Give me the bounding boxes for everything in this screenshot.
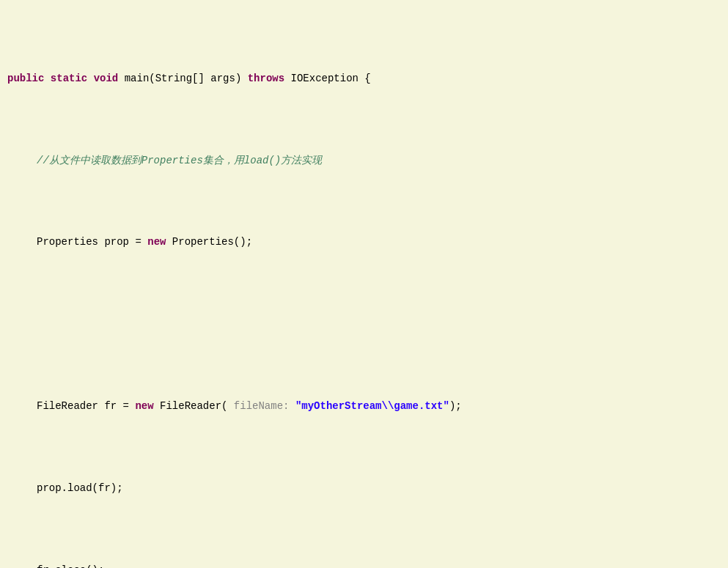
- code-line-2: //从文件中读取数据到Properties集合，用load()方法实现: [7, 152, 721, 169]
- code-editor: public static void main(String[] args) t…: [0, 0, 728, 568]
- prop-load: prop.load(fr);: [37, 480, 123, 496]
- keyword-public: public: [7, 70, 44, 86]
- code-line-blank-1: [7, 316, 721, 332]
- keyword-void: void: [94, 70, 119, 86]
- fr-close: fr.close();: [37, 562, 104, 568]
- comment-1: //从文件中读取数据到Properties集合，用load()方法实现: [37, 152, 322, 169]
- keyword-static: static: [51, 70, 87, 86]
- method-signature: main(String[] args): [125, 70, 248, 86]
- filereader-close: );: [449, 398, 462, 414]
- exception-type: IOException {: [291, 70, 371, 86]
- param-filename-1: fileName:: [234, 398, 295, 414]
- keyword-throws: throws: [248, 70, 284, 86]
- code-content: public static void main(String[] args) t…: [0, 3, 728, 568]
- code-line-5: FileReader fr = new FileReader( fileName…: [7, 398, 721, 414]
- code-line-6: prop.load(fr);: [7, 480, 721, 496]
- properties-constructor: Properties();: [166, 234, 252, 250]
- keyword-new-1: new: [147, 234, 166, 250]
- code-line-1: public static void main(String[] args) t…: [7, 70, 721, 86]
- code-line-3: Properties prop = new Properties();: [7, 234, 721, 250]
- filereader-class: FileReader(: [154, 398, 234, 414]
- filereader-decl: FileReader fr =: [37, 398, 135, 414]
- properties-decl: Properties prop =: [37, 234, 147, 250]
- code-line-7: fr.close();: [7, 562, 721, 568]
- keyword-new-2: new: [135, 398, 153, 414]
- string-path-1: "myOtherStream\\game.txt": [295, 398, 449, 414]
